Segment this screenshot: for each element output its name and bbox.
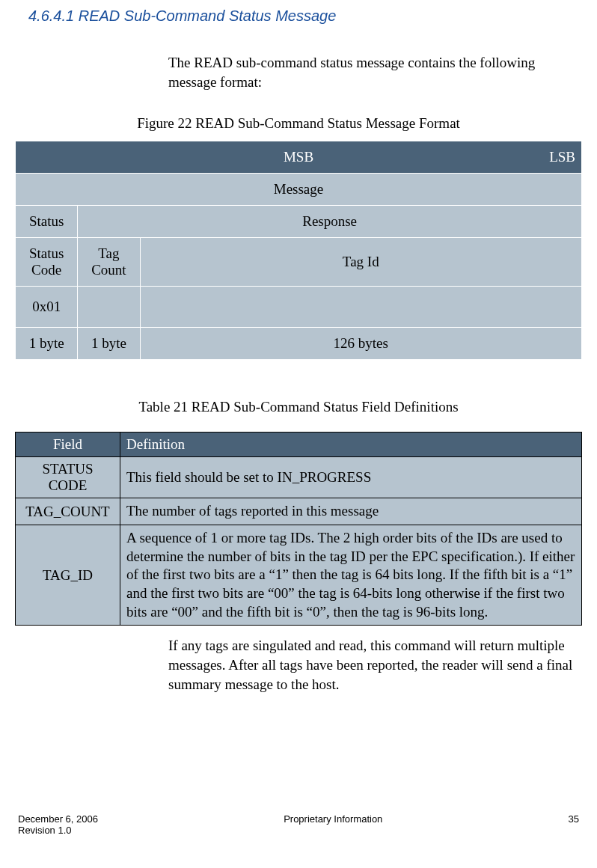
message-format-table: MSB LSB Message Status Response Status C…	[15, 141, 582, 360]
definition-column-header: Definition	[120, 433, 582, 457]
response-cell: Response	[78, 206, 582, 238]
intro-paragraph: The READ sub-command status message cont…	[168, 53, 582, 91]
status-code-header: Status Code	[16, 238, 78, 287]
page-body: 4.6.4.1 READ Sub-Command Status Message …	[0, 0, 597, 851]
field-definitions-table: Field Definition STATUS CODE This field …	[15, 432, 582, 626]
header-row: MSB LSB	[16, 141, 582, 174]
definition-cell: This field should be set to IN_PROGRESS	[120, 457, 582, 498]
footer-center: Proprietary Information	[98, 813, 569, 836]
figure-caption: Figure 22 READ Sub-Command Status Messag…	[15, 115, 582, 132]
field-name-cell: TAG_COUNT	[16, 498, 120, 525]
tag-id-header: Tag Id	[140, 238, 581, 287]
field-name-cell: TAG_ID	[16, 525, 120, 625]
footer-date: December 6, 2006	[18, 813, 98, 825]
table-row: TAG_ID A sequence of 1 or more tag IDs. …	[16, 525, 582, 625]
message-cell: Message	[16, 174, 582, 206]
defs-header-row: Field Definition	[16, 433, 582, 457]
status-code-value: 0x01	[16, 287, 78, 328]
field-name-cell: STATUS CODE	[16, 457, 120, 498]
status-cell: Status	[16, 206, 78, 238]
definition-cell: A sequence of 1 or more tag IDs. The 2 h…	[120, 525, 582, 625]
tag-count-header: Tag Count	[78, 238, 140, 287]
section-heading: 4.6.4.1 READ Sub-Command Status Message	[28, 7, 582, 25]
page-footer: December 6, 2006 Revision 1.0 Proprietar…	[15, 813, 582, 836]
footer-page-number: 35	[569, 813, 579, 836]
table-row: STATUS CODE This field should be set to …	[16, 457, 582, 498]
field-header-row: Status Code Tag Count Tag Id	[16, 238, 582, 287]
length-row: 1 byte 1 byte 126 bytes	[16, 328, 582, 360]
tag-id-length: 126 bytes	[140, 328, 581, 360]
table-row: TAG_COUNT The number of tags reported in…	[16, 498, 582, 525]
footer-left: December 6, 2006 Revision 1.0	[18, 813, 98, 836]
lsb-label: LSB	[549, 149, 575, 165]
msb-label: MSB	[284, 149, 313, 165]
status-code-length: 1 byte	[16, 328, 78, 360]
value-row: 0x01	[16, 287, 582, 328]
definition-cell: The number of tags reported in this mess…	[120, 498, 582, 525]
table-caption: Table 21 READ Sub-Command Status Field D…	[15, 399, 582, 415]
message-row: Message	[16, 174, 582, 206]
tag-id-value	[140, 287, 581, 328]
post-paragraph: If any tags are singulated and read, thi…	[168, 636, 582, 694]
field-column-header: Field	[16, 433, 120, 457]
footer-revision: Revision 1.0	[18, 825, 72, 836]
tag-count-length: 1 byte	[78, 328, 140, 360]
msb-lsb-header: MSB LSB	[16, 141, 582, 174]
status-response-row: Status Response	[16, 206, 582, 238]
tag-count-value	[78, 287, 140, 328]
